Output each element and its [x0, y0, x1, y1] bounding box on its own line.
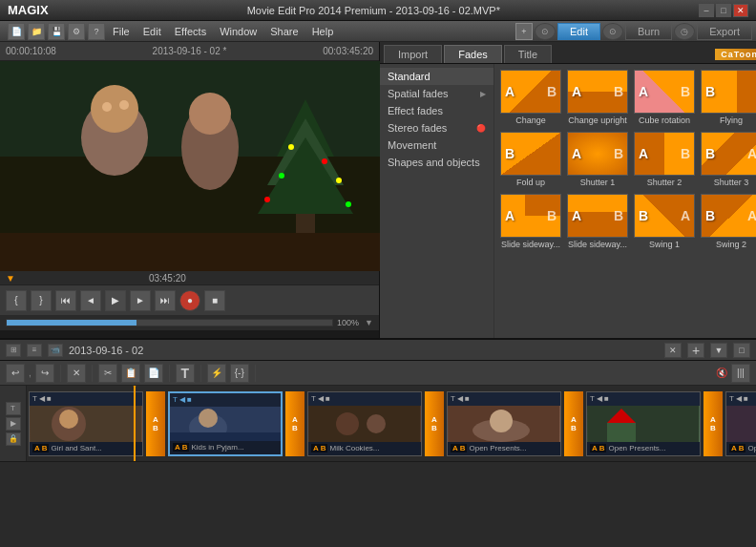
clip-extra-icon-2: ■: [187, 395, 192, 404]
timeline-grid-icon[interactable]: ⊞: [6, 344, 21, 357]
export-mode-button[interactable]: Export: [697, 23, 752, 40]
tab-import[interactable]: Import: [384, 45, 442, 63]
effect-shutter2[interactable]: A B Shutter 2: [634, 132, 695, 188]
effect-slide1[interactable]: A B Slide sideway...: [500, 194, 561, 250]
transition-1[interactable]: AB: [146, 391, 165, 456]
burn-icon[interactable]: ⊙: [535, 23, 556, 40]
stop-button[interactable]: ■: [204, 290, 225, 311]
record-button[interactable]: ●: [179, 290, 200, 311]
copy-button[interactable]: 📋: [121, 364, 140, 383]
zoom-label: 100%: [337, 318, 359, 327]
effects-button[interactable]: ⚡: [207, 364, 226, 383]
cut-button[interactable]: ✂: [98, 364, 117, 383]
timeline-dropdown-button[interactable]: ▼: [710, 343, 727, 358]
export-icon[interactable]: ◷: [674, 23, 695, 40]
burn-mode-button[interactable]: Burn: [625, 23, 672, 40]
delete-button[interactable]: ✕: [67, 364, 86, 383]
clip-cookies[interactable]: T ◀ ■ A B M: [307, 391, 422, 456]
help-icon[interactable]: ?: [88, 23, 105, 40]
minimize-button[interactable]: –: [699, 4, 714, 17]
step-back-button[interactable]: ◄: [80, 290, 101, 311]
mute-icon[interactable]: 🔇: [716, 368, 727, 378]
settings-icon[interactable]: ⚙: [68, 23, 85, 40]
effect-label-shutter1: Shutter 1: [580, 178, 616, 188]
timeline-title: 2013-09-16 - 02: [69, 345, 659, 356]
step-forward-button[interactable]: ►: [130, 290, 151, 311]
effect-label-swing2: Swing 2: [716, 240, 746, 250]
transition-5[interactable]: AB: [704, 391, 723, 456]
category-shapes[interactable]: Shapes and objects: [380, 154, 494, 171]
rewind-button[interactable]: ⏮: [55, 290, 76, 311]
preview-time-left: 00:00:10:08: [6, 46, 56, 56]
effects-sidebar: Standard Spatial fades ▶ Effect fades St…: [380, 64, 494, 338]
clip-presents3[interactable]: T ◀ ■ A B O: [725, 391, 756, 456]
transition-3[interactable]: AB: [425, 391, 444, 456]
effect-cube[interactable]: A B Cube rotation: [634, 70, 695, 126]
effect-shutter1[interactable]: A B Shutter 1: [567, 132, 628, 188]
play-button[interactable]: ▶: [105, 290, 126, 311]
zoom-arrow[interactable]: ▼: [365, 318, 373, 327]
undo-button[interactable]: ↩: [6, 364, 25, 383]
maximize-button[interactable]: □: [716, 4, 731, 17]
menu-window[interactable]: Window: [214, 24, 262, 39]
timeline-list-icon[interactable]: ≡: [27, 344, 42, 357]
toolbar-sep1: [60, 365, 61, 382]
timeline-add-button[interactable]: +: [687, 343, 704, 358]
close-button[interactable]: ✕: [733, 4, 748, 17]
effect-slide2[interactable]: A B Slide sideway...: [567, 194, 628, 250]
transition-2[interactable]: AB: [285, 391, 304, 456]
track-header: T ▶ 🔒: [0, 386, 27, 461]
clip-presents1[interactable]: T ◀ ■ A B O: [447, 391, 561, 456]
category-standard[interactable]: Standard: [380, 68, 494, 85]
extra-icon[interactable]: +: [515, 23, 533, 40]
open-icon[interactable]: 📁: [28, 23, 45, 40]
menu-help[interactable]: Help: [306, 24, 340, 39]
new-icon[interactable]: 📄: [8, 23, 25, 40]
effect-change-upright[interactable]: A B Change upright: [567, 70, 628, 126]
clip-kids[interactable]: T ◀ ■ A: [168, 391, 283, 456]
effect-change[interactable]: A B Change: [500, 70, 561, 126]
clip-cam-icon-3: ◀: [318, 394, 324, 403]
menu-share[interactable]: Share: [264, 24, 304, 39]
next-clip-button[interactable]: }: [31, 290, 52, 311]
burn-disc-icon[interactable]: ⊙: [602, 23, 623, 40]
menu-file[interactable]: File: [107, 24, 136, 39]
timeline-maximize-button[interactable]: □: [733, 343, 750, 358]
category-movement[interactable]: Movement: [380, 137, 494, 154]
tab-title[interactable]: Title: [504, 45, 552, 63]
category-spatial[interactable]: Spatial fades ▶: [380, 85, 494, 102]
transition-4[interactable]: AB: [564, 391, 583, 456]
tab-fades[interactable]: Fades: [444, 45, 502, 63]
category-effect[interactable]: Effect fades: [380, 102, 494, 119]
save-icon[interactable]: 💾: [48, 23, 65, 40]
prev-clip-button[interactable]: {: [6, 290, 27, 311]
clip-presents2[interactable]: T ◀ ■ A B O: [586, 391, 701, 456]
effect-fold[interactable]: B Fold up: [500, 132, 561, 188]
timeline-close-button[interactable]: ✕: [664, 343, 682, 358]
effect-thumb-shutter2: A B: [634, 132, 695, 176]
menu-edit[interactable]: Edit: [137, 24, 167, 39]
track-content: T ◀ ■ A B G: [27, 386, 756, 461]
fast-forward-button[interactable]: ⏭: [155, 290, 176, 311]
keyframe-button[interactable]: {-}: [230, 364, 249, 383]
clip-girl[interactable]: T ◀ ■ A B G: [29, 391, 143, 456]
spatial-arrow: ▶: [480, 90, 486, 98]
clip-ab-6: A B: [729, 444, 746, 452]
menu-effects[interactable]: Effects: [169, 24, 212, 39]
effect-swing1[interactable]: B A Swing 1: [634, 194, 695, 250]
timeline-track-area[interactable]: T ▶ 🔒 T ◀ ■: [0, 386, 756, 547]
timeline-camera-icon[interactable]: 📹: [48, 344, 63, 357]
progress-bar[interactable]: [6, 319, 333, 326]
redo-button[interactable]: ↪: [35, 364, 54, 383]
timeline-tracks: T ▶ 🔒 T ◀ ■: [0, 386, 756, 547]
paste-button[interactable]: 📄: [144, 364, 163, 383]
clip-name-1: Girl and Sant...: [51, 444, 101, 452]
effect-swing2[interactable]: B A Swing 2: [701, 194, 756, 250]
effect-thumb-swing2: B A: [701, 194, 756, 238]
audio-button[interactable]: |||: [731, 364, 750, 383]
effect-flying[interactable]: B Flying: [701, 70, 756, 126]
edit-mode-button[interactable]: Edit: [557, 23, 600, 40]
category-stereo[interactable]: Stereo fades 🔴: [380, 119, 494, 137]
effect-shutter3[interactable]: B A Shutter 3: [701, 132, 756, 188]
text-button[interactable]: T: [176, 364, 195, 383]
